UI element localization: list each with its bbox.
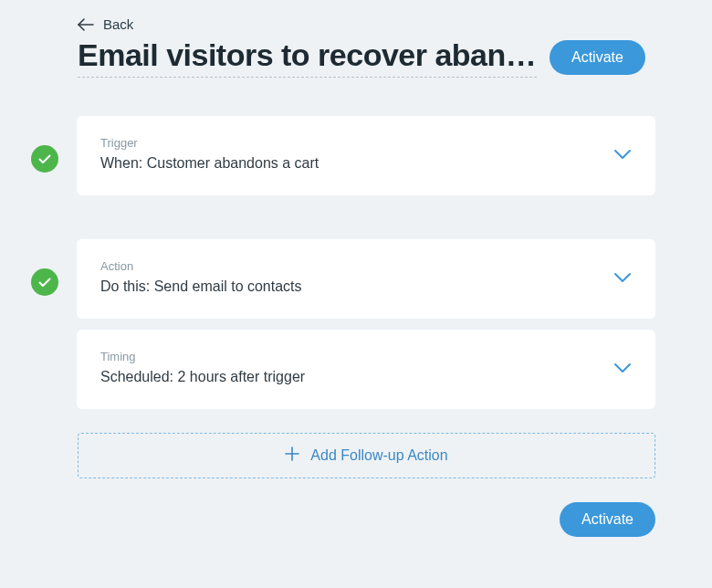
check-icon [31, 145, 58, 173]
page-title[interactable]: Email visitors to recover abandoned cart… [78, 37, 537, 78]
back-link[interactable]: Back [78, 16, 133, 32]
check-icon [31, 268, 58, 296]
action-card[interactable]: Action Do this: Send email to contacts [77, 239, 655, 319]
timing-card[interactable]: Timing Scheduled: 2 hours after trigger [77, 330, 655, 409]
arrow-left-icon [78, 18, 94, 31]
timing-value: Scheduled: 2 hours after trigger [100, 369, 305, 385]
activate-button-bottom[interactable]: Activate [560, 502, 655, 537]
add-followup-button[interactable]: Add Follow-up Action [78, 433, 655, 478]
chevron-down-icon [613, 149, 632, 160]
action-value: Do this: Send email to contacts [100, 278, 302, 295]
trigger-card[interactable]: Trigger When: Customer abandons a cart [77, 116, 655, 195]
timing-label: Timing [100, 350, 305, 363]
action-label: Action [100, 259, 302, 273]
chevron-down-icon [613, 272, 632, 283]
activate-button-top[interactable]: Activate [550, 40, 645, 75]
chevron-down-icon [613, 362, 632, 373]
add-followup-label: Add Follow-up Action [310, 447, 447, 464]
plus-icon [285, 446, 299, 465]
back-label: Back [103, 16, 133, 32]
empty-check-slot [31, 359, 58, 360]
trigger-value: When: Customer abandons a cart [100, 155, 319, 172]
trigger-label: Trigger [100, 136, 319, 150]
